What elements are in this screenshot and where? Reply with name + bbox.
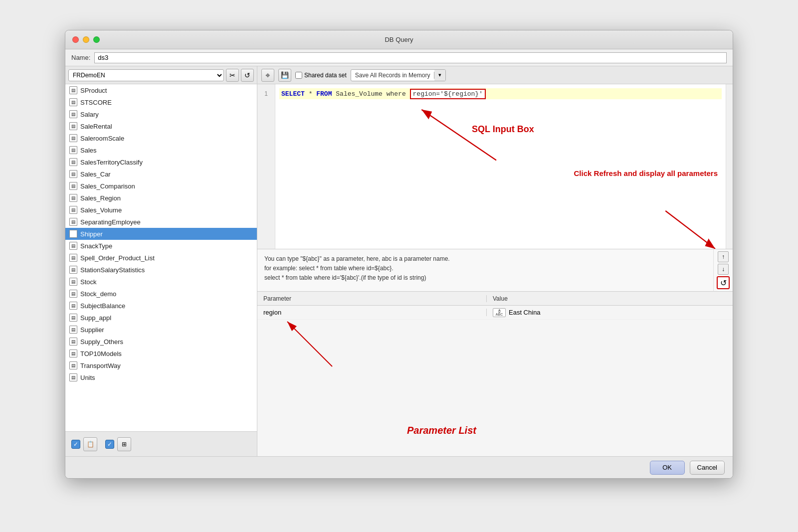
- table-icon: ▤: [69, 242, 77, 250]
- params-header: Parameter Value: [257, 292, 733, 306]
- namebar: Name:: [65, 49, 733, 66]
- move-up-button[interactable]: ↑: [718, 251, 729, 262]
- table-item[interactable]: ▤SnackType: [65, 240, 257, 252]
- table-item[interactable]: ▤SeparatingEmployee: [65, 216, 257, 228]
- move-down-button[interactable]: ↓: [718, 264, 729, 275]
- table-item[interactable]: ▤STSCORE: [65, 96, 257, 108]
- left-bottom: ✓ 📋 ✓ ⊞: [65, 431, 257, 456]
- table-item[interactable]: ▤SProduct: [65, 84, 257, 96]
- sql-table: Sales_Volume: [336, 90, 383, 98]
- table-icon: ▤: [69, 182, 77, 190]
- table-icon: ▤: [69, 158, 77, 166]
- sql-editor-area: 1 SELECT * FROM Sales_Volume where regio…: [257, 84, 733, 249]
- param-value: East China: [509, 309, 541, 316]
- param-col-header: Parameter: [257, 295, 487, 302]
- table-item[interactable]: ▤SubjectBalance: [65, 300, 257, 312]
- checkbox-1[interactable]: ✓: [71, 440, 80, 449]
- save-dropdown[interactable]: Save All Records in Memory ▾: [351, 69, 446, 81]
- table-item-label: Stock_demo: [80, 290, 116, 298]
- table-item[interactable]: ▤Units: [65, 371, 257, 383]
- table-item-label: Supplier: [80, 326, 104, 334]
- table-item[interactable]: ▤Supplier: [65, 324, 257, 336]
- table-icon: ▤: [69, 350, 77, 357]
- checkbox-2[interactable]: ✓: [105, 440, 114, 449]
- table-item-label: Sales_Volume: [80, 206, 122, 214]
- refresh-params-button[interactable]: ↺: [717, 276, 730, 289]
- table-icon: ▤: [69, 194, 77, 202]
- left-panel: FRDemoEN ✂ ↺ ▤SProduct▤STSCORE▤Salary▤Sa…: [65, 66, 257, 456]
- help-area: You can type "${abc}" as a parameter, he…: [257, 249, 733, 292]
- table-item[interactable]: ▤TOP10Models: [65, 348, 257, 359]
- left-toolbar: FRDemoEN ✂ ↺: [65, 66, 257, 84]
- table-icon: ▤: [69, 326, 77, 334]
- table-item[interactable]: ▤Shipper: [65, 228, 257, 240]
- close-button[interactable]: [72, 36, 79, 43]
- list-icon-1[interactable]: 📋: [83, 437, 97, 451]
- import-icon[interactable]: ⎆: [261, 69, 274, 82]
- database-dropdown[interactable]: FRDemoEN: [68, 69, 224, 81]
- table-item-label: Salary: [80, 111, 99, 118]
- settings-icon[interactable]: ✂: [226, 69, 239, 82]
- traffic-lights: [72, 36, 100, 43]
- table-item[interactable]: ▤TransportWay: [65, 359, 257, 371]
- table-item[interactable]: ▤Sales_Comparison: [65, 180, 257, 192]
- sql-content[interactable]: SELECT * FROM Sales_Volume where region=…: [275, 84, 726, 249]
- table-icon: ▤: [69, 361, 77, 369]
- save-dropdown-label: Save All Records in Memory: [351, 72, 435, 79]
- table-icon: ▤: [69, 338, 77, 346]
- table-item[interactable]: ▤Supp_appl: [65, 312, 257, 324]
- table-item[interactable]: ▤SalesTerritoryClassify: [65, 156, 257, 168]
- save-dropdown-arrow[interactable]: ▾: [434, 70, 445, 81]
- line-numbers: 1: [257, 84, 275, 249]
- table-item[interactable]: ▤SaleroomScale: [65, 132, 257, 144]
- table-icon: ▤: [69, 122, 77, 130]
- ok-button[interactable]: OK: [650, 461, 685, 475]
- table-icon: ▤: [69, 254, 77, 262]
- table-icon: ▤: [69, 230, 77, 238]
- table-item[interactable]: ▤Stock_demo: [65, 288, 257, 300]
- table-item[interactable]: ▤Sales: [65, 144, 257, 156]
- table-item[interactable]: ▤Stock: [65, 276, 257, 288]
- params-area: Parameter Value region A̲ABC East China: [257, 292, 733, 456]
- table-item[interactable]: ▤Salary: [65, 108, 257, 120]
- table-item-label: StationSalaryStatistics: [80, 266, 145, 274]
- table-list: ▤SProduct▤STSCORE▤Salary▤SaleRental▤Sale…: [65, 84, 257, 431]
- param-name-cell: region: [257, 309, 487, 316]
- sql-scrollbar[interactable]: [726, 84, 733, 249]
- table-item-label: SeparatingEmployee: [80, 218, 141, 226]
- table-icon: ▤: [69, 278, 77, 286]
- param-row: region A̲ABC East China: [257, 306, 733, 320]
- table-item[interactable]: ▤SaleRental: [65, 120, 257, 132]
- table-icon: ▤: [69, 110, 77, 118]
- table-item-label: TransportWay: [80, 362, 121, 369]
- table-item-label: SubjectBalance: [80, 302, 125, 310]
- table-icon: ▤: [69, 134, 77, 142]
- table-item[interactable]: ▤Supply_Others: [65, 336, 257, 348]
- table-item[interactable]: ▤Sales_Region: [65, 192, 257, 204]
- dialog-footer: OK Cancel: [65, 456, 733, 478]
- table-item[interactable]: ▤Spell_Order_Product_List: [65, 252, 257, 264]
- table-item[interactable]: ▤StationSalaryStatistics: [65, 264, 257, 276]
- table-item[interactable]: ▤Sales_Car: [65, 168, 257, 180]
- table-icon: ▤: [69, 86, 77, 94]
- table-item[interactable]: ▤Sales_Volume: [65, 204, 257, 216]
- main-body: FRDemoEN ✂ ↺ ▤SProduct▤STSCORE▤Salary▤Sa…: [65, 66, 733, 456]
- cancel-button[interactable]: Cancel: [690, 461, 725, 475]
- sql-line-1: SELECT * FROM Sales_Volume where region=…: [279, 88, 722, 99]
- table-item-label: SnackType: [80, 242, 112, 250]
- sql-param: region='${region}': [410, 89, 486, 99]
- db-query-window: DB Query Name: FRDemoEN ✂ ↺ ▤SProduct▤ST…: [65, 30, 733, 479]
- shared-dataset-checkbox[interactable]: [295, 72, 302, 79]
- table-icon: ▤: [69, 98, 77, 106]
- refresh-icon[interactable]: ↺: [241, 69, 254, 82]
- window-title: DB Query: [385, 36, 413, 43]
- table-icon: ▤: [69, 206, 77, 214]
- minimize-button[interactable]: [83, 36, 89, 43]
- maximize-button[interactable]: [93, 36, 100, 43]
- help-line-1: You can type "${abc}" as a parameter, he…: [264, 254, 706, 264]
- list-icon-2[interactable]: ⊞: [117, 437, 131, 451]
- name-input[interactable]: [94, 52, 727, 63]
- table-icon: ▤: [69, 218, 77, 226]
- save-icon[interactable]: 💾: [278, 69, 291, 82]
- table-item-label: STSCORE: [80, 99, 112, 106]
